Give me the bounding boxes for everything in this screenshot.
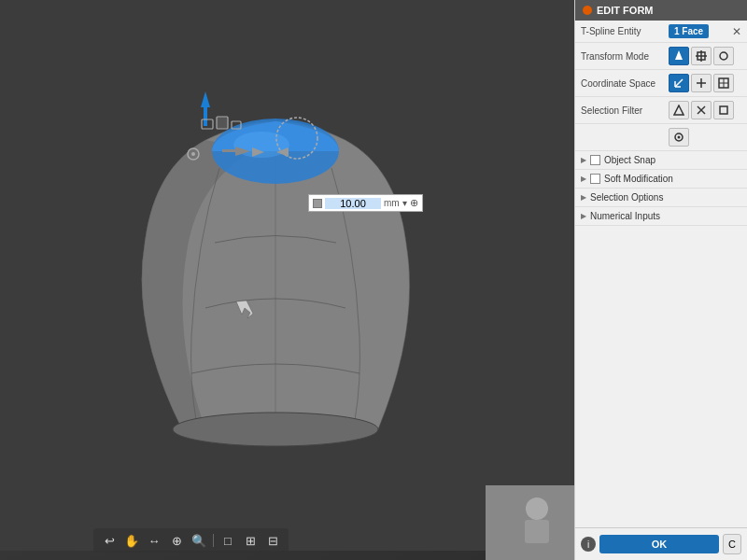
cancel-button[interactable]: C (723, 534, 741, 554)
selection-options-label: Selection Options (590, 192, 663, 203)
bottom-toolbar: ↩ ✋ ↔ ⊕ 🔍 □ ⊞ ⊟ (93, 528, 289, 553)
svg-marker-21 (675, 50, 683, 60)
toolbar-separator (213, 534, 214, 547)
panel-header: EDIT FORM (575, 0, 747, 21)
numerical-inputs-section[interactable]: ▶ Numerical Inputs (575, 207, 747, 226)
svg-rect-6 (204, 107, 207, 126)
settings-icon[interactable]: ⊟ (264, 532, 281, 549)
coordinate-icon-1[interactable] (669, 74, 689, 92)
grid-icon[interactable]: ⊞ (242, 532, 259, 549)
measure-target-icon[interactable]: ⊕ (410, 197, 418, 209)
panel-footer: i OK C (575, 527, 747, 560)
soft-modification-label: Soft Modification (604, 174, 673, 184)
soft-modification-checkbox[interactable] (590, 174, 600, 184)
selection-extra-icon[interactable] (669, 128, 689, 147)
tspline-row: T-Spline Entity 1 Face ✕ (575, 21, 747, 43)
soft-modification-checkbox-label: Soft Modification (590, 174, 673, 184)
soft-modification-arrow: ▶ (581, 175, 586, 183)
svg-rect-20 (525, 520, 549, 543)
panel-title: EDIT FORM (597, 5, 654, 16)
numerical-inputs-arrow: ▶ (581, 212, 586, 220)
selection-options-arrow: ▶ (581, 193, 586, 202)
coordinate-label: Coordinate Space (581, 78, 665, 89)
face-badge[interactable]: 1 Face (669, 24, 709, 38)
object-snap-label: Object Snap (604, 155, 655, 165)
orbit-icon[interactable]: ↔ (146, 532, 162, 549)
transform-mode-row: Transform Mode (575, 43, 747, 70)
filter-icon-3[interactable] (713, 101, 734, 119)
transform-icon-1[interactable] (669, 47, 689, 65)
measure-indicator (313, 199, 322, 208)
svg-rect-37 (720, 106, 727, 114)
panel-header-icon (583, 6, 592, 15)
transform-icon-3[interactable] (713, 47, 734, 65)
transform-icons (669, 47, 734, 65)
info-icon[interactable]: i (581, 537, 596, 552)
coordinate-space-row: Coordinate Space (575, 70, 747, 97)
coordinate-icons (669, 74, 734, 92)
zoom-fit-icon[interactable]: ⊕ (168, 532, 185, 549)
measure-dropdown[interactable]: ▾ (402, 198, 407, 208)
numerical-inputs-header: ▶ Numerical Inputs (581, 211, 741, 221)
svg-point-4 (173, 413, 378, 446)
svg-rect-8 (222, 149, 235, 152)
pan-icon[interactable]: ✋ (123, 532, 140, 549)
ok-button[interactable]: OK (599, 535, 719, 553)
measure-value-input[interactable] (325, 198, 381, 209)
svg-marker-34 (674, 105, 684, 115)
measure-unit-label: mm (384, 198, 400, 208)
camera-thumbnail (486, 485, 574, 560)
svg-point-39 (678, 136, 681, 139)
coordinate-icon-3[interactable] (713, 74, 734, 92)
selection-options-header: ▶ Selection Options (581, 192, 741, 203)
selection-filter-label: Selection Filter (581, 105, 665, 116)
svg-line-26 (675, 79, 683, 87)
measure-input-container[interactable]: mm ▾ ⊕ (308, 194, 423, 212)
edit-form-panel: EDIT FORM T-Spline Entity 1 Face ✕ Trans… (574, 0, 747, 560)
tspline-label: T-Spline Entity (581, 26, 665, 36)
selection-options-section[interactable]: ▶ Selection Options (575, 189, 747, 207)
object-snap-arrow: ▶ (581, 156, 586, 164)
coordinate-icon-2[interactable] (691, 74, 712, 92)
3d-viewport[interactable]: mm ▾ ⊕ ↩ ✋ ↔ ⊕ 🔍 □ ⊞ ⊟ (0, 0, 574, 560)
filter-icon-1[interactable] (669, 101, 689, 119)
numerical-inputs-label: Numerical Inputs (590, 211, 660, 221)
object-snap-section[interactable]: ▶ Object Snap (575, 151, 747, 170)
svg-point-25 (720, 52, 727, 60)
svg-rect-11 (217, 117, 228, 129)
display-mode-icon[interactable]: □ (219, 532, 236, 549)
soft-modification-header: ▶ Soft Modification (581, 174, 741, 184)
svg-point-19 (526, 497, 548, 520)
svg-point-14 (191, 152, 195, 156)
object-snap-header: ▶ Object Snap (581, 155, 741, 165)
selection-filter-icons (669, 101, 734, 119)
selection-filter-row: Selection Filter (575, 97, 747, 124)
object-snap-checkbox[interactable] (590, 155, 600, 165)
object-snap-checkbox-label: Object Snap (590, 155, 655, 165)
3d-scene (0, 0, 574, 551)
zoom-icon[interactable]: 🔍 (190, 532, 207, 549)
selection-extra-row (575, 124, 747, 151)
filter-icon-2[interactable] (691, 101, 712, 119)
soft-modification-section[interactable]: ▶ Soft Modification (575, 170, 747, 189)
undo-icon[interactable]: ↩ (101, 532, 118, 549)
transform-icon-2[interactable] (691, 47, 712, 65)
transform-label: Transform Mode (581, 51, 665, 62)
tspline-close[interactable]: ✕ (732, 25, 741, 38)
